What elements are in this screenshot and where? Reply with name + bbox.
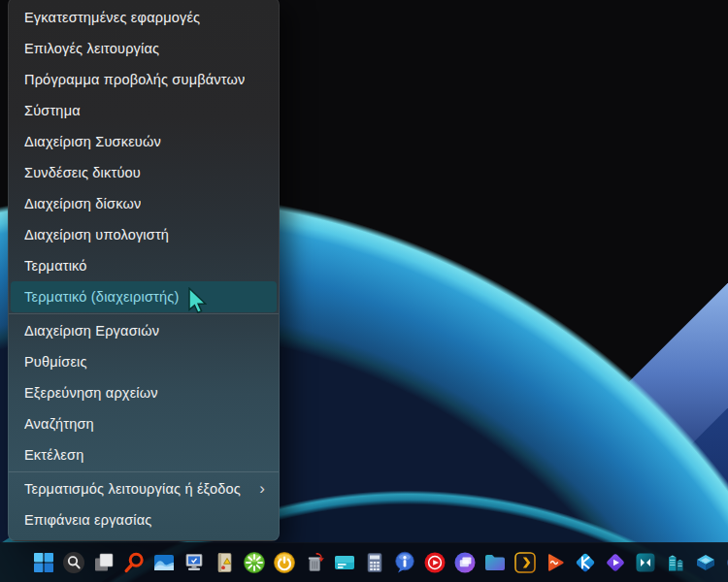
menu-item-system[interactable]: Σύστημα <box>9 95 279 126</box>
menu-item-file-explorer[interactable]: Εξερεύνηση αρχείων <box>9 377 279 408</box>
activator-green-icon[interactable] <box>243 551 266 574</box>
calculator-icon[interactable] <box>363 551 386 574</box>
info-bubble-icon[interactable] <box>393 551 416 574</box>
search-icon[interactable] <box>62 551 85 574</box>
stremio-icon[interactable] <box>604 551 627 574</box>
server-stack-icon[interactable] <box>664 551 687 574</box>
start-button-icon[interactable] <box>32 551 55 574</box>
menu-item-device-manager[interactable]: Διαχείριση Συσκευών <box>9 126 279 157</box>
youtube-music-icon[interactable] <box>423 551 447 574</box>
menu-separator <box>9 471 279 472</box>
menu-separator <box>9 313 279 314</box>
power-yellow-icon[interactable] <box>273 551 296 574</box>
menu-item-search[interactable]: Αναζήτηση <box>9 408 279 439</box>
photos-blue-icon[interactable] <box>152 551 176 574</box>
help-book-icon[interactable] <box>213 551 236 574</box>
magnifier-orange-icon[interactable] <box>122 551 146 574</box>
menu-item-task-manager[interactable]: Διαχείριση Εργασιών <box>9 315 279 346</box>
iso-box-icon[interactable] <box>694 551 717 574</box>
menu-item-settings[interactable]: Ρυθμίσεις <box>9 346 279 377</box>
app-stack-purple-icon[interactable] <box>453 551 477 574</box>
mouse-cursor-icon <box>187 287 207 317</box>
menu-item-terminal-admin[interactable]: Τερματικό (διαχειριστής) <box>11 281 277 312</box>
task-view-icon[interactable] <box>92 551 116 574</box>
menu-item-computer-management[interactable]: Διαχείριση υπολογιστή <box>9 219 279 250</box>
desktop-screen: Εγκατεστημένες εφαρμογές Επιλογές λειτου… <box>0 0 728 582</box>
menu-item-run[interactable]: Εκτέλεση <box>9 439 279 470</box>
taskbar <box>0 542 728 582</box>
menu-item-disk-management[interactable]: Διαχείριση δίσκων <box>9 188 279 219</box>
menu-item-terminal[interactable]: Τερματικό <box>9 250 279 281</box>
menu-item-desktop[interactable]: Επιφάνεια εργασίας <box>9 504 279 535</box>
computer-management-icon[interactable] <box>182 551 206 574</box>
menu-item-installed-apps[interactable]: Εγκατεστημένες εφαρμογές <box>9 2 279 33</box>
plexamp-icon[interactable] <box>544 551 567 574</box>
uninstaller-trash-icon[interactable] <box>303 551 326 574</box>
mkvtoolnix-icon[interactable] <box>634 551 657 574</box>
winx-context-menu: Εγκατεστημένες εφαρμογές Επιλογές λειτου… <box>8 0 280 541</box>
menu-item-power-options[interactable]: Επιλογές λειτουργίας <box>9 33 279 64</box>
folder-icon[interactable] <box>483 551 507 574</box>
menu-item-shutdown-signout[interactable]: Τερματισμός λειτουργίας ή έξοδος › <box>9 473 279 504</box>
plex-icon[interactable] <box>513 551 537 574</box>
menu-item-event-viewer[interactable]: Πρόγραμμα προβολής συμβάντων <box>9 64 279 95</box>
kodi-icon[interactable] <box>574 551 597 574</box>
submenu-chevron-icon: › <box>259 473 265 504</box>
teal-panel-icon[interactable] <box>333 551 356 574</box>
menu-item-network-connections[interactable]: Συνδέσεις δικτύου <box>9 157 279 188</box>
